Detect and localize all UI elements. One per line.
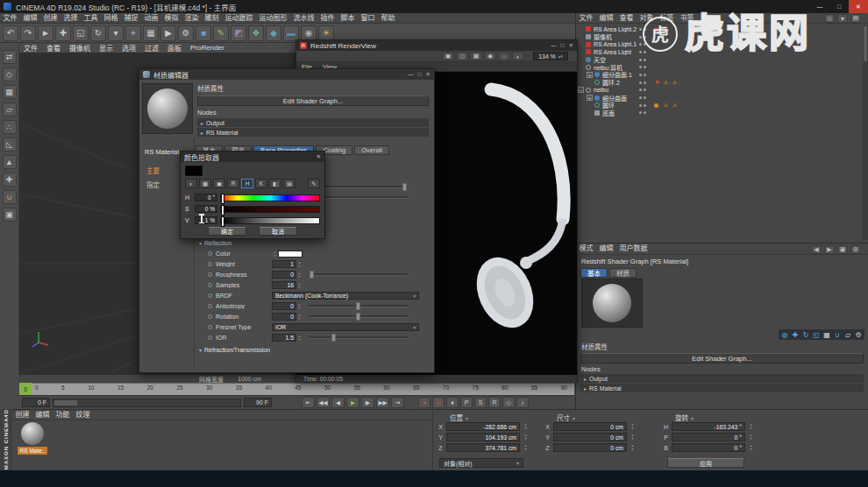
make-editable-icon[interactable]: ⇄ [3,50,17,64]
array-generator-icon[interactable]: ❖ [248,25,264,41]
visibility-dots[interactable] [639,96,646,99]
rotation-menu[interactable]: 旋转 [663,413,766,421]
record-scale-icon[interactable]: S [474,397,487,408]
lock-icon[interactable]: ▣ [837,245,848,254]
dropdown-field[interactable]: IOR [272,323,419,331]
property-row[interactable]: Reflection [196,238,430,248]
slider-track[interactable] [309,273,408,276]
value-field[interactable]: 0 cm [553,443,627,452]
value-spinner[interactable] [523,443,529,452]
property-value-field[interactable]: 0 [272,302,296,310]
object-tag[interactable] [663,80,669,86]
value-field[interactable]: 374.781 cm [446,443,520,452]
value-field[interactable]: -163.243 ° [672,422,745,431]
render-picture-viewer-icon[interactable]: ▶ [160,25,176,41]
color-wheel-icon[interactable]: ◐ [185,179,197,188]
mograph-icon[interactable]: ◆ [266,25,281,41]
mixer-icon[interactable]: ◧ [269,179,281,188]
window-button[interactable]: — [551,42,557,49]
material-preview[interactable] [581,279,643,328]
spectrum-icon[interactable]: ▦ [199,179,211,188]
pen-spline-icon[interactable]: ✎ [213,25,229,41]
search-icon[interactable]: ◎ [824,14,835,23]
visibility-dots[interactable] [639,74,646,76]
expand-toggle[interactable]: + [587,95,593,101]
texture-icon[interactable]: ▦ [822,330,831,339]
slider-bar[interactable] [220,217,320,224]
scrollbar-thumb[interactable] [864,26,867,61]
settings-icon[interactable]: ⚙ [850,245,861,254]
goto-start-icon[interactable]: ⇤ [302,397,315,408]
visibility-dots[interactable] [639,88,646,91]
slider-track[interactable] [309,305,408,307]
layers-icon[interactable]: ▤ [850,14,861,23]
filter-icon[interactable]: ◐ [512,52,524,60]
animation-dot[interactable] [208,293,212,298]
ab-compare-icon[interactable]: ◫ [456,52,468,60]
expand-toggle[interactable]: + [587,72,593,78]
object-row[interactable]: 圆环.2 [578,79,861,87]
prev-frame-icon[interactable]: ◀ [331,397,345,408]
settings-icon[interactable]: ⚙ [854,330,863,339]
color-swatch[interactable] [278,251,302,258]
sound-icon[interactable]: ♪ [516,397,529,408]
animation-dot[interactable] [208,262,212,266]
move-icon[interactable]: ✚ [55,25,71,41]
animation-dot[interactable] [208,251,212,256]
menu-item[interactable]: 捕捉 [121,13,141,24]
animation-dot[interactable] [208,272,212,277]
point-mode-icon[interactable]: ∴ [3,120,17,134]
visibility-dots[interactable] [639,104,646,107]
workplane-mode-icon[interactable]: ▱ [3,102,17,116]
material-preview[interactable] [142,83,193,134]
record-position-icon[interactable]: P [460,397,473,408]
value-spinner[interactable] [630,422,636,431]
window-button[interactable]: — [408,71,414,78]
channel-item[interactable]: 主要 [146,166,160,175]
animation-dot[interactable] [208,304,212,308]
camera-icon[interactable]: ◉ [301,25,317,41]
object-tag[interactable] [654,103,658,108]
cube-primitive-icon[interactable]: ■ [196,25,211,41]
material-thumbnail[interactable] [21,422,44,445]
hsv-sliders-icon[interactable]: H [241,179,253,188]
property-value-field[interactable]: 0 [272,313,296,321]
property-row[interactable]: Roughness 0 0 [196,270,430,279]
value-spinner[interactable] [296,271,302,279]
move-icon[interactable]: ✚ [791,330,800,339]
menu-item[interactable]: 查看 [616,13,637,24]
floor-icon[interactable]: ▬ [283,25,299,41]
value-spinner[interactable] [748,443,754,452]
slider-knob[interactable] [356,302,360,310]
value-spinner[interactable] [630,433,636,441]
object-name[interactable]: neibu [594,87,608,93]
forward-icon[interactable]: ▶ [824,245,835,254]
snap-icon[interactable]: ∪ [3,190,17,204]
close-button[interactable]: ✕ [849,0,868,13]
viewport-menu-item[interactable]: 文件 [19,43,42,53]
property-row[interactable]: Samples 16 16 [196,280,430,290]
edge-mode-icon[interactable]: ◺ [3,138,17,152]
swatches-icon[interactable]: ▤ [283,179,295,188]
menu-item[interactable]: 编辑 [20,13,40,24]
menu-item[interactable]: 雕刻 [202,13,222,24]
next-frame-icon[interactable]: ▶ [361,397,374,408]
output-node-row[interactable]: Output [197,118,429,127]
window-button[interactable]: ✕ [426,71,430,78]
visibility-dots[interactable] [639,111,646,114]
workplane-icon[interactable]: ▱ [843,330,852,339]
attribute-tab[interactable]: 材质 [609,268,637,278]
lock-icon[interactable]: ▣ [3,208,17,222]
value-spinner[interactable] [523,422,529,431]
cancel-button[interactable]: 取消 [259,227,297,236]
end-frame-field[interactable]: 90 F [244,398,272,407]
slider-cursor[interactable] [222,206,224,215]
record-rotation-icon[interactable]: R [488,397,501,408]
menu-item[interactable]: 网格 [101,13,121,24]
rotate-icon[interactable]: ↻ [90,25,106,41]
menu-item[interactable]: 功能 [53,410,73,420]
zoom-level-field[interactable]: 134 % [533,52,568,60]
subdivision-surface-icon[interactable]: ◩ [231,25,246,41]
channel-item[interactable]: 指定 [146,180,160,189]
redo-icon[interactable]: ↷ [20,25,36,41]
